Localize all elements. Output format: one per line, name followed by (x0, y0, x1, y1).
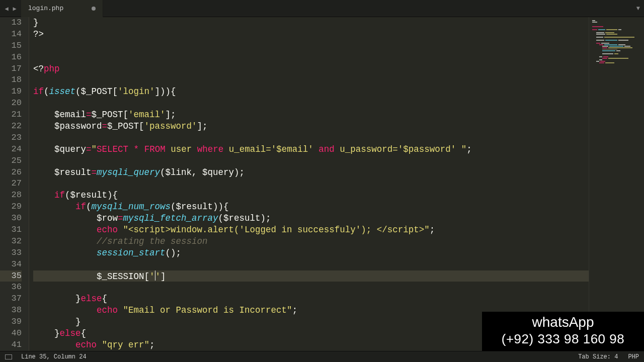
line-number: 28 (0, 190, 22, 201)
line-number: 38 (0, 305, 22, 316)
line-number-gutter[interactable]: 1314151617181920212223242526272829303132… (0, 17, 29, 351)
watermark-title: whatsApp (485, 314, 641, 331)
line-number: 35 (0, 270, 22, 282)
watermark-overlay: whatsApp (+92) 333 98 160 98 (482, 312, 644, 351)
tab-nav-arrows: ◀ ▶ (0, 5, 21, 12)
line-number: 24 (0, 144, 22, 155)
line-number: 27 (0, 178, 22, 190)
code-line[interactable]: echo "<script>window.alert('Logged in su… (33, 224, 589, 236)
line-number: 16 (0, 52, 22, 63)
code-line[interactable]: $_SESSION[''] (33, 270, 589, 282)
code-line[interactable] (33, 98, 589, 109)
code-line[interactable]: }else{ (33, 293, 589, 305)
code-area[interactable]: }?><?phpif(isset($_POST['login'])){ $ema… (29, 17, 589, 351)
code-line[interactable] (33, 178, 589, 190)
tab-bar: ◀ ▶ login.php ▼ (0, 0, 644, 17)
file-tab[interactable]: login.php (21, 0, 103, 17)
editor: 1314151617181920212223242526272829303132… (0, 17, 644, 351)
status-bar: Line 35, Column 24 Tab Size: 4 PHP (0, 351, 644, 362)
code-line[interactable]: ?> (33, 29, 589, 40)
watermark-phone: (+92) 333 98 160 98 (485, 331, 641, 347)
code-line[interactable] (33, 155, 589, 167)
status-tab-size[interactable]: Tab Size: 4 (578, 353, 618, 360)
line-number: 14 (0, 29, 22, 40)
line-number: 25 (0, 155, 22, 167)
minimap[interactable] (589, 17, 644, 351)
file-tab-label: login.php (28, 5, 63, 12)
code-line[interactable] (33, 52, 589, 63)
code-line[interactable]: <?php (33, 63, 589, 75)
line-number: 41 (0, 339, 22, 351)
tab-next-icon[interactable]: ▶ (11, 5, 18, 12)
code-line[interactable]: $row=mysqli_fetch_array($result); (33, 213, 589, 224)
tab-dropdown-icon[interactable]: ▼ (636, 5, 640, 12)
line-number: 39 (0, 316, 22, 328)
line-number: 23 (0, 132, 22, 144)
code-line[interactable]: } (33, 17, 589, 29)
status-panel-icon[interactable] (5, 354, 12, 359)
code-line[interactable]: //srating the session (33, 236, 589, 247)
line-number: 40 (0, 328, 22, 339)
line-number: 30 (0, 213, 22, 224)
line-number: 21 (0, 109, 22, 121)
code-line[interactable] (33, 74, 589, 86)
line-number: 33 (0, 247, 22, 259)
code-line[interactable]: session_start(); (33, 247, 589, 259)
code-line[interactable]: if(mysqli_num_rows($result)){ (33, 201, 589, 213)
line-number: 13 (0, 17, 22, 29)
unsaved-indicator-icon (92, 7, 96, 11)
line-number: 18 (0, 74, 22, 86)
status-language[interactable]: PHP (628, 353, 639, 360)
line-number: 29 (0, 201, 22, 213)
line-number: 22 (0, 121, 22, 132)
code-line[interactable]: $email=$_POST['email']; (33, 109, 589, 121)
code-line[interactable]: if($result){ (33, 190, 589, 201)
line-number: 37 (0, 293, 22, 305)
code-line[interactable]: $password=$_POST['password']; (33, 121, 589, 132)
line-number: 15 (0, 40, 22, 52)
line-number: 20 (0, 98, 22, 109)
line-number: 32 (0, 236, 22, 247)
code-line[interactable]: $result=mysqli_query($link, $query); (33, 167, 589, 178)
code-line[interactable] (33, 40, 589, 52)
line-number: 36 (0, 282, 22, 293)
line-number: 26 (0, 167, 22, 178)
status-cursor-position[interactable]: Line 35, Column 24 (21, 353, 87, 360)
line-number: 34 (0, 259, 22, 270)
code-line[interactable]: if(isset($_POST['login'])){ (33, 86, 589, 98)
line-number: 31 (0, 224, 22, 236)
line-number: 17 (0, 63, 22, 75)
code-line[interactable] (33, 259, 589, 270)
code-line[interactable] (33, 282, 589, 293)
line-number: 19 (0, 86, 22, 98)
tab-prev-icon[interactable]: ◀ (3, 5, 10, 12)
code-line[interactable]: $query="SELECT * FROM user where u_email… (33, 144, 589, 155)
code-line[interactable] (33, 132, 589, 144)
